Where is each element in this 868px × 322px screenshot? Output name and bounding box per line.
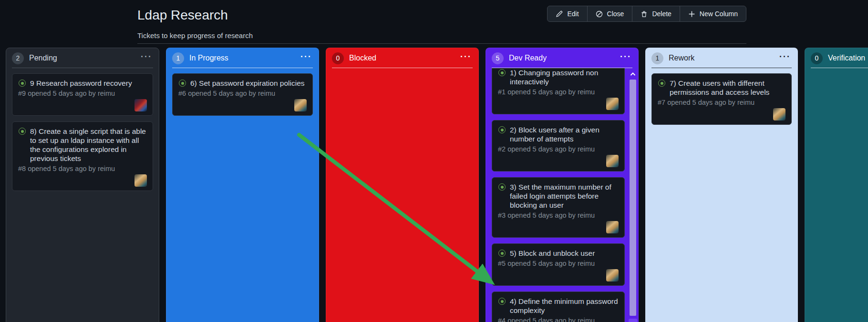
edit-button[interactable]: Edit bbox=[547, 6, 587, 22]
card-issue-3[interactable]: 3) Set the maximum number of failed logi… bbox=[492, 177, 625, 238]
card-issue-2[interactable]: 2) Block users after a given number of a… bbox=[492, 120, 625, 171]
page-title: Ldap Research bbox=[137, 8, 228, 23]
column-rework-header: 1 Rework ··· bbox=[646, 48, 797, 68]
card-issue-5[interactable]: 5) Block and unblock user #5 opened 5 da… bbox=[492, 243, 625, 286]
column-rework: 1 Rework ··· 7) Create users with differ… bbox=[645, 48, 798, 322]
card-issue-6[interactable]: 6) Set password expiration policies #6 o… bbox=[172, 73, 313, 116]
avatar[interactable] bbox=[294, 99, 307, 111]
column-count-badge: 0 bbox=[332, 52, 344, 64]
column-blocked: 0 Blocked ··· bbox=[326, 48, 479, 322]
card-meta: #9 opened 5 days ago by reimu bbox=[18, 89, 147, 98]
column-blocked-header: 0 Blocked ··· bbox=[326, 48, 478, 68]
column-pending: 2 Pending ··· 9 Research password recove… bbox=[6, 48, 159, 322]
column-title: In Progress bbox=[189, 54, 228, 62]
card-title: 8) Create a single script that is able t… bbox=[30, 127, 147, 163]
issue-open-icon bbox=[498, 126, 506, 133]
plus-icon bbox=[688, 10, 695, 18]
column-verification: 0 Verification bbox=[805, 48, 868, 322]
column-title: Pending bbox=[29, 54, 57, 62]
close-button[interactable]: Close bbox=[587, 6, 633, 22]
issue-open-icon bbox=[498, 250, 506, 257]
column-in-progress: 1 In Progress ··· 6) Set password expira… bbox=[166, 48, 319, 322]
avatar[interactable] bbox=[773, 108, 785, 121]
avatar[interactable] bbox=[134, 174, 147, 187]
column-title: Verification bbox=[828, 54, 865, 62]
scrollbar-thumb[interactable] bbox=[630, 80, 636, 316]
card-title: 6) Set password expiration policies bbox=[190, 79, 305, 88]
new-column-button-label: New Column bbox=[700, 10, 738, 18]
edit-button-label: Edit bbox=[567, 10, 579, 18]
column-count-badge: 2 bbox=[12, 52, 24, 64]
column-count-badge: 1 bbox=[172, 52, 184, 64]
toolbar: Edit Close Delete New Column bbox=[547, 6, 746, 22]
card-title: 7) Create users with different permissio… bbox=[670, 79, 785, 97]
issue-open-icon bbox=[498, 69, 506, 76]
card-meta: #8 opened 5 days ago by reimu bbox=[18, 164, 147, 173]
card-title: 3) Set the maximum number of failed logi… bbox=[510, 182, 619, 210]
avatar[interactable] bbox=[134, 99, 147, 111]
card-issue-9[interactable]: 9 Research password recovery #9 opened 5… bbox=[12, 73, 153, 116]
column-dev-ready: 5 Dev Ready ··· 1) Changing password non… bbox=[486, 48, 639, 322]
card-meta: #1 opened 5 days ago by reimu bbox=[498, 87, 619, 97]
column-menu-button[interactable]: ··· bbox=[620, 54, 631, 62]
card-issue-7[interactable]: 7) Create users with different permissio… bbox=[651, 73, 792, 125]
new-column-button[interactable]: New Column bbox=[680, 6, 746, 22]
circle-slash-icon bbox=[596, 10, 603, 18]
issue-open-icon bbox=[19, 80, 26, 87]
scroll-down-icon[interactable] bbox=[629, 319, 637, 322]
delete-button[interactable]: Delete bbox=[632, 6, 680, 22]
card-list: 1) Changing password non interactively #… bbox=[492, 68, 625, 322]
column-menu-button[interactable]: ··· bbox=[460, 54, 472, 62]
column-menu-button[interactable]: ··· bbox=[141, 54, 152, 62]
delete-button-label: Delete bbox=[652, 10, 671, 18]
column-menu-button[interactable]: ··· bbox=[300, 54, 312, 62]
column-count-badge: 1 bbox=[651, 52, 663, 64]
column-title: Rework bbox=[669, 54, 694, 62]
column-in-progress-header: 1 In Progress ··· bbox=[166, 48, 319, 68]
card-issue-8[interactable]: 8) Create a single script that is able t… bbox=[12, 121, 153, 191]
column-rework-body: 7) Create users with different permissio… bbox=[646, 68, 797, 322]
scroll-up-icon[interactable] bbox=[629, 69, 637, 79]
column-title: Blocked bbox=[349, 54, 376, 62]
close-button-label: Close bbox=[607, 10, 624, 18]
trash-icon bbox=[641, 10, 648, 18]
column-title: Dev Ready bbox=[509, 54, 547, 62]
dev-ready-scrollbar[interactable] bbox=[629, 69, 637, 322]
avatar[interactable] bbox=[606, 269, 619, 282]
column-dev-ready-body: 1) Changing password non interactively #… bbox=[486, 68, 638, 322]
column-count-badge: 0 bbox=[811, 52, 823, 64]
column-verification-body bbox=[805, 68, 868, 322]
header-divider bbox=[137, 43, 746, 44]
issue-open-icon bbox=[498, 183, 506, 191]
avatar[interactable] bbox=[606, 98, 619, 110]
avatar[interactable] bbox=[606, 221, 619, 233]
column-in-progress-body: 6) Set password expiration policies #6 o… bbox=[166, 68, 319, 322]
column-pending-body: 9 Research password recovery #9 opened 5… bbox=[6, 68, 159, 322]
card-meta: #3 opened 5 days ago by reimu bbox=[498, 211, 619, 220]
column-verification-header: 0 Verification bbox=[805, 48, 868, 68]
card-meta: #5 opened 5 days ago by reimu bbox=[498, 259, 619, 268]
card-meta: #2 opened 5 days ago by reimu bbox=[498, 144, 619, 154]
card-meta: #4 opened 5 days ago by reimu bbox=[498, 316, 619, 322]
card-issue-1[interactable]: 1) Changing password non interactively #… bbox=[492, 68, 625, 114]
column-menu-button[interactable]: ··· bbox=[779, 54, 791, 62]
card-meta: #6 opened 5 days ago by reimu bbox=[178, 89, 307, 98]
issue-open-icon bbox=[658, 80, 665, 87]
column-dev-ready-header: 5 Dev Ready ··· bbox=[486, 48, 638, 68]
issue-open-icon bbox=[19, 128, 26, 135]
column-blocked-body bbox=[326, 68, 478, 322]
pencil-icon bbox=[556, 10, 563, 18]
card-title: 4) Define the minimum password complexit… bbox=[510, 297, 619, 315]
page-subtitle: Tickets to keep progress of research bbox=[137, 31, 253, 40]
card-meta: #7 opened 5 days ago by reimu bbox=[658, 98, 785, 107]
card-title: 1) Changing password non interactively bbox=[510, 68, 619, 86]
kanban-board: 2 Pending ··· 9 Research password recove… bbox=[0, 48, 868, 322]
avatar[interactable] bbox=[606, 155, 619, 167]
issue-open-icon bbox=[179, 80, 186, 87]
card-title: 9 Research password recovery bbox=[30, 79, 132, 88]
column-pending-header: 2 Pending ··· bbox=[6, 48, 159, 68]
card-issue-4[interactable]: 4) Define the minimum password complexit… bbox=[492, 292, 625, 322]
issue-open-icon bbox=[498, 298, 506, 305]
card-title: 2) Block users after a given number of a… bbox=[510, 125, 619, 143]
card-title: 5) Block and unblock user bbox=[510, 249, 595, 258]
